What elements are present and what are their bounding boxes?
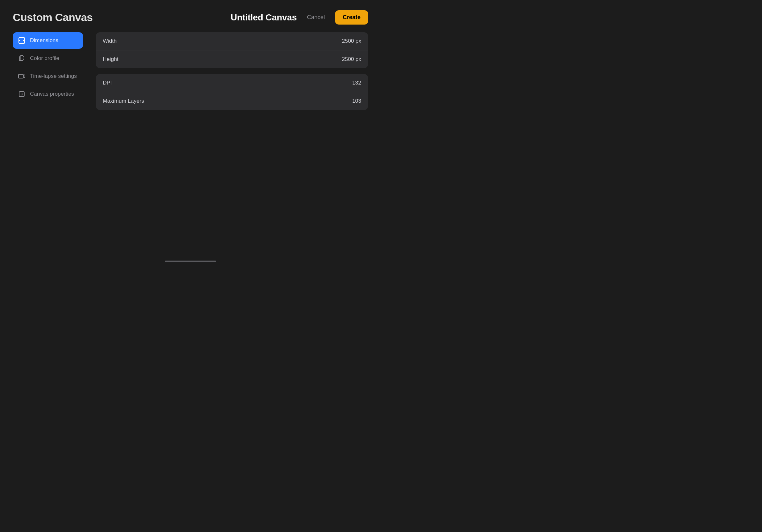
dimensions-dpi-group: DPI 132 Maximum Layers 103 — [96, 74, 368, 110]
dimensions-icon — [18, 37, 26, 44]
color-profile-icon — [18, 54, 26, 62]
dpi-label: DPI — [103, 80, 112, 86]
max-layers-label: Maximum Layers — [103, 98, 144, 104]
dimensions-size-group: Width 2500 px Height 2500 px — [96, 32, 368, 68]
cancel-button[interactable]: Cancel — [303, 12, 329, 23]
canvas-name: Untitled Canvas — [231, 13, 297, 23]
sidebar-item-dimensions[interactable]: Dimensions — [13, 32, 83, 49]
sidebar-item-color-profile[interactable]: Color profile — [13, 50, 83, 67]
max-layers-value: 103 — [352, 98, 361, 104]
sidebar-item-canvas-properties[interactable]: u Canvas properties — [13, 86, 83, 102]
dpi-row: DPI 132 — [96, 74, 368, 92]
sidebar-item-dimensions-label: Dimensions — [30, 37, 58, 44]
create-button[interactable]: Create — [335, 10, 368, 25]
sidebar-item-timelapse-label: Time-lapse settings — [30, 73, 77, 79]
page-title: Custom Canvas — [13, 11, 93, 24]
width-value: 2500 px — [342, 38, 361, 44]
content-area: Width 2500 px Height 2500 px DPI 132 Max… — [96, 32, 368, 116]
timelapse-icon — [18, 72, 26, 80]
svg-text:u: u — [21, 93, 23, 96]
home-indicator — [165, 261, 216, 262]
height-value: 2500 px — [342, 56, 361, 62]
height-label: Height — [103, 56, 118, 62]
max-layers-row: Maximum Layers 103 — [96, 92, 368, 110]
canvas-properties-icon: u — [18, 90, 26, 98]
sidebar: Dimensions Color profile Time-lapse sett… — [13, 32, 83, 116]
dpi-value: 132 — [352, 80, 361, 86]
sidebar-item-timelapse[interactable]: Time-lapse settings — [13, 68, 83, 85]
sidebar-item-color-profile-label: Color profile — [30, 55, 59, 62]
sidebar-item-canvas-properties-label: Canvas properties — [30, 91, 74, 97]
svg-rect-5 — [19, 74, 23, 78]
height-row: Height 2500 px — [96, 50, 368, 68]
width-row: Width 2500 px — [96, 32, 368, 50]
width-label: Width — [103, 38, 116, 44]
